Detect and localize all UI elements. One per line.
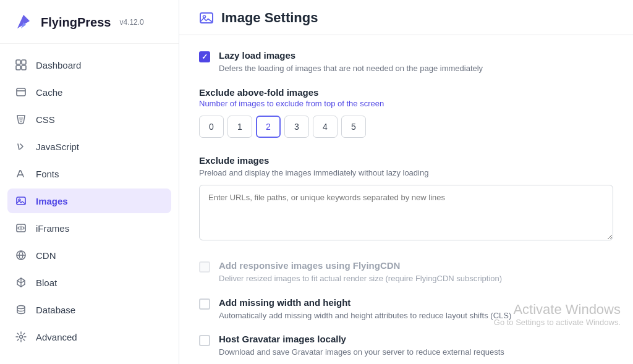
database-icon — [15, 303, 27, 316]
database-label: Database — [36, 305, 75, 315]
lazy-load-checkbox[interactable] — [199, 51, 210, 62]
gravatar-desc: Download and save Gravatar images on you… — [219, 346, 504, 358]
gravatar-row: Host Gravatar images locally Download an… — [199, 334, 613, 358]
svg-point-12 — [203, 15, 206, 18]
logo-area: FlyingPress v4.12.0 — [0, 0, 179, 44]
main-content: Image Settings Lazy load images Defers t… — [179, 0, 633, 364]
bloat-icon — [15, 276, 27, 289]
advanced-icon — [15, 331, 27, 343]
page-header: Image Settings — [179, 0, 633, 35]
num-btn-4[interactable]: 4 — [313, 116, 338, 138]
lazy-load-label: Lazy load images — [219, 50, 483, 61]
svg-rect-1 — [22, 60, 26, 64]
num-btn-3[interactable]: 3 — [284, 116, 309, 138]
responsive-images-text: Add responsive images using FlyingCDN De… — [219, 260, 502, 285]
sidebar-item-css[interactable]: CSS — [0, 106, 179, 133]
missing-dimensions-text: Add missing width and height Automatical… — [219, 297, 511, 322]
svg-rect-4 — [17, 88, 25, 96]
dashboard-label: Dashboard — [36, 60, 81, 70]
num-btn-5[interactable]: 5 — [341, 116, 366, 138]
sidebar-item-dashboard[interactable]: Dashboard — [0, 51, 179, 78]
iframes-label: iFrames — [36, 223, 69, 234]
exclude-fold-label: Exclude above-fold images — [199, 87, 613, 98]
lazy-load-row: Lazy load images Defers the loading of i… — [199, 50, 613, 75]
css-icon — [15, 113, 27, 125]
watermark-title: Activate Windows — [494, 302, 621, 318]
advanced-label: Advanced — [36, 332, 77, 342]
sidebar-item-iframes[interactable]: iFrames — [0, 214, 179, 242]
sidebar-item-images[interactable]: Images — [7, 188, 171, 213]
num-btn-1[interactable]: 1 — [227, 116, 252, 138]
cdn-label: CDN — [36, 250, 56, 261]
exclude-fold-desc: Number of images to exclude from top of … — [199, 99, 613, 108]
app-version: v4.12.0 — [119, 18, 143, 27]
number-selector: 0 1 2 3 4 5 — [199, 116, 613, 138]
images-label: Images — [36, 196, 68, 206]
iframes-icon — [15, 222, 27, 234]
sidebar: FlyingPress v4.12.0 Dashboard Cache CSS — [0, 0, 179, 364]
images-icon — [15, 195, 27, 207]
missing-dimensions-checkbox[interactable] — [199, 298, 210, 310]
cache-label: Cache — [36, 87, 62, 98]
svg-point-10 — [20, 336, 23, 339]
svg-point-9 — [17, 306, 25, 309]
gravatar-text: Host Gravatar images locally Download an… — [219, 334, 504, 358]
css-label: CSS — [36, 114, 55, 125]
sidebar-item-cache[interactable]: Cache — [0, 78, 179, 106]
svg-rect-3 — [22, 66, 26, 70]
missing-dimensions-label: Add missing width and height — [219, 297, 511, 308]
lazy-load-text: Lazy load images Defers the loading of i… — [219, 50, 483, 75]
sidebar-nav: Dashboard Cache CSS JavaScript Fonts — [0, 44, 179, 364]
svg-rect-0 — [16, 60, 20, 64]
bloat-label: Bloat — [36, 277, 57, 288]
sidebar-item-bloat[interactable]: Bloat — [0, 269, 179, 296]
image-settings-icon — [199, 11, 214, 25]
exclude-images-textarea[interactable] — [199, 185, 613, 240]
exclude-images-desc: Preload and display the images immediate… — [199, 167, 613, 179]
fonts-icon — [15, 167, 27, 180]
cache-icon — [15, 86, 27, 98]
sidebar-item-fonts[interactable]: Fonts — [0, 160, 179, 187]
lazy-load-desc: Defers the loading of images that are no… — [219, 62, 483, 75]
javascript-label: JavaScript — [36, 142, 79, 152]
responsive-images-row: Add responsive images using FlyingCDN De… — [199, 260, 613, 285]
responsive-images-checkbox[interactable] — [199, 261, 210, 273]
javascript-icon — [15, 140, 27, 153]
gravatar-label: Host Gravatar images locally — [219, 334, 504, 344]
fonts-label: Fonts — [36, 169, 59, 179]
cdn-icon — [15, 249, 27, 261]
dashboard-icon — [15, 59, 27, 71]
sidebar-item-advanced[interactable]: Advanced — [0, 323, 179, 350]
num-btn-0[interactable]: 0 — [199, 116, 224, 138]
sidebar-item-cdn[interactable]: CDN — [0, 242, 179, 269]
responsive-images-label: Add responsive images using FlyingCDN — [219, 260, 502, 271]
svg-rect-2 — [16, 66, 20, 70]
missing-dimensions-desc: Automatically add missing width and heig… — [219, 310, 511, 322]
responsive-images-desc: Deliver resized images to fit actual ren… — [219, 273, 502, 285]
exclude-above-fold-row: Exclude above-fold images Number of imag… — [199, 87, 613, 138]
gravatar-checkbox[interactable] — [199, 335, 210, 346]
flyingpress-logo-icon — [12, 11, 35, 33]
num-btn-2[interactable]: 2 — [256, 116, 281, 138]
sidebar-item-database[interactable]: Database — [0, 296, 179, 323]
exclude-images-label: Exclude images — [199, 155, 613, 166]
watermark-subtitle: Go to Settings to activate Windows. — [494, 318, 621, 327]
app-name: FlyingPress — [41, 15, 111, 30]
sidebar-item-javascript[interactable]: JavaScript — [0, 133, 179, 160]
page-title: Image Settings — [221, 10, 318, 26]
windows-watermark: Activate Windows Go to Settings to activ… — [494, 302, 621, 327]
exclude-images-row: Exclude images Preload and display the i… — [199, 155, 613, 243]
